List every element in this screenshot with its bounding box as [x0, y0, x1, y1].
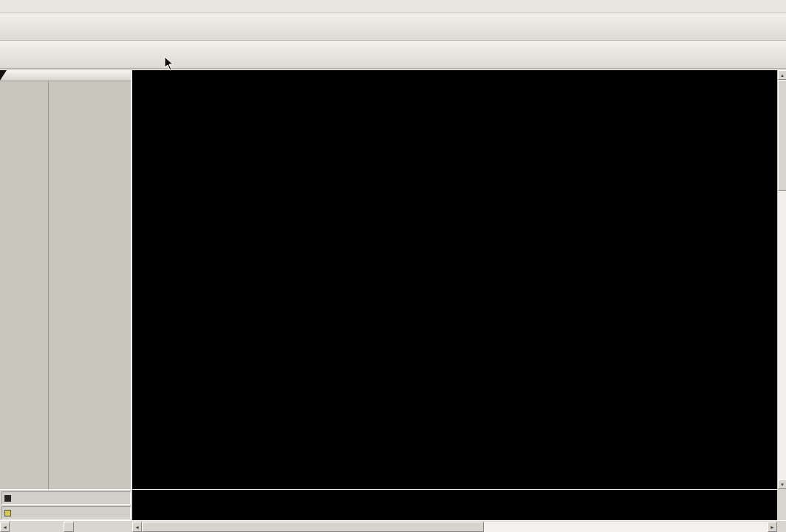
bottom-right-corner	[777, 489, 786, 520]
panel-scroll-left-icon[interactable]: ◄	[0, 522, 10, 532]
header-wedge-icon	[0, 70, 7, 81]
timeline-pane	[132, 489, 777, 520]
vertical-scrollbar[interactable]: ▲ ▼	[777, 70, 786, 489]
timeline-ruler[interactable]	[132, 490, 777, 520]
signal-panel	[0, 70, 132, 489]
column-splitter[interactable]	[48, 81, 49, 489]
mouse-cursor	[164, 56, 174, 72]
horizontal-scrollbar[interactable]: ◄ ◄ ►	[0, 520, 786, 532]
horizontal-scroll-thumb[interactable]	[142, 522, 484, 532]
main-toolbar	[0, 13, 786, 41]
wave-toolbar	[0, 41, 786, 69]
modelsim-wave-window: ▲ ▼ ◄ ◄ ►	[0, 0, 786, 532]
waveform-pane	[132, 70, 777, 489]
vertical-scroll-thumb[interactable]	[778, 80, 786, 191]
menu-bar	[0, 0, 786, 13]
wave-scroll-right-icon[interactable]: ►	[768, 522, 777, 532]
scroll-down-icon[interactable]: ▼	[778, 480, 786, 489]
wave-scroll-left-icon[interactable]: ◄	[132, 522, 142, 532]
cursor-row[interactable]	[1, 506, 131, 519]
scroll-up-icon[interactable]: ▲	[778, 70, 786, 80]
cursor-icon	[4, 510, 11, 516]
now-icon	[4, 495, 11, 502]
time-status-panel	[0, 489, 132, 520]
now-row	[1, 491, 131, 505]
messages-header[interactable]	[0, 70, 131, 81]
splitter-handle[interactable]	[64, 522, 74, 532]
waveform-canvas[interactable]	[132, 70, 777, 489]
horizontal-scroll-track[interactable]	[142, 522, 768, 532]
